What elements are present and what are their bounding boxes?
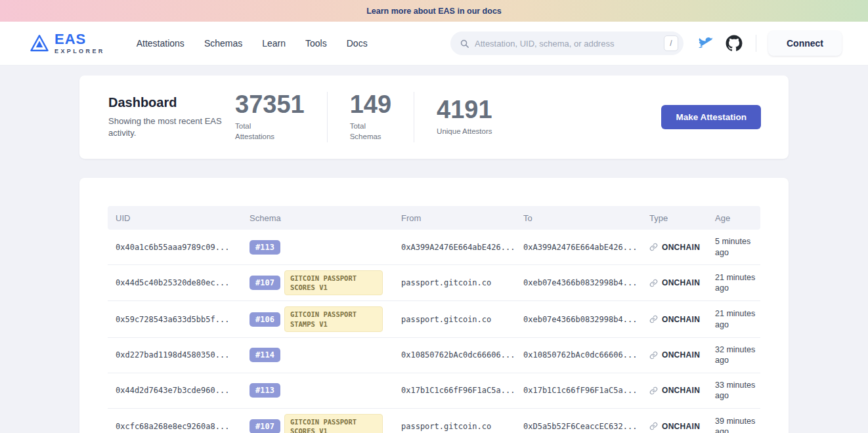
type-cell: ONCHAIN — [641, 381, 707, 400]
github-link[interactable] — [726, 35, 743, 52]
schema-name-badge[interactable]: GITCOIN PASSPORT SCORES V1 — [284, 414, 383, 433]
twitter-icon — [698, 35, 714, 51]
link-icon — [649, 422, 658, 430]
column-header-age: Age — [707, 213, 760, 223]
from-address[interactable]: 0x17b1C1c66fF96F1aC5a... — [401, 386, 515, 395]
table-row[interactable]: 0x40a1c6b55aaa9789c09... #113 0xA399A247… — [108, 230, 760, 265]
link-icon — [649, 243, 658, 251]
link-icon — [649, 279, 658, 287]
page-title: Dashboard — [108, 95, 235, 110]
search-bar[interactable]: / — [450, 31, 684, 55]
logo[interactable]: EAS EXPLORER — [30, 32, 105, 54]
page-subtitle: Showing the most recent EAS activity. — [108, 115, 223, 138]
type-label: ONCHAIN — [662, 243, 700, 252]
age-cell: 33 minutes ago — [707, 375, 760, 407]
schema-id-badge[interactable]: #106 — [250, 312, 280, 327]
table-row[interactable]: 0x44d5c40b25320de80ec... #107 GITCOIN PA… — [108, 265, 760, 301]
header: EAS EXPLORER AttestationsSchemasLearnToo… — [0, 22, 868, 66]
schema-name-badge[interactable]: GITCOIN PASSPORT SCORES V1 — [284, 270, 383, 295]
column-header-uid: UID — [108, 213, 242, 223]
uid-cell: 0x44d2d7643e7b3cde960... — [108, 381, 242, 400]
type-label: ONCHAIN — [662, 386, 700, 395]
to-cell: 0xeb07e4366b0832998b4... — [515, 310, 641, 329]
nav-item-tools[interactable]: Tools — [305, 38, 327, 49]
nav-item-schemas[interactable]: Schemas — [204, 38, 242, 49]
logo-subtitle: EXPLORER — [54, 49, 105, 54]
schema-id-badge[interactable]: #113 — [250, 240, 280, 255]
from-address[interactable]: 0x10850762bAc0dc66606... — [401, 350, 515, 360]
nav-item-learn[interactable]: Learn — [262, 38, 286, 49]
table-row[interactable]: 0x59c728543a633d5bb5f... #106 GITCOIN PA… — [108, 301, 760, 337]
dashboard-card: Dashboard Showing the most recent EAS ac… — [79, 75, 789, 159]
type-cell: ONCHAIN — [641, 417, 707, 433]
from-address[interactable]: passport.gitcoin.co — [401, 278, 491, 287]
column-header-type: Type — [641, 213, 707, 223]
uid-link[interactable]: 0xd227bad1198d4580350... — [116, 350, 229, 360]
to-address[interactable]: 0x17b1C1c66fF96F1aC5a... — [523, 386, 637, 395]
table-row[interactable]: 0x44d2d7643e7b3cde960... #113 0x17b1C1c6… — [108, 373, 760, 409]
search-input[interactable] — [475, 39, 659, 49]
stat-1: 149 Total Schemas — [328, 92, 414, 142]
type-cell: ONCHAIN — [641, 273, 707, 293]
banner-link[interactable]: Learn more about EAS in our docs — [366, 7, 502, 16]
from-cell: 0x17b1C1c66fF96F1aC5a... — [393, 381, 515, 400]
from-address[interactable]: 0xA399A2476E664abE426... — [401, 243, 515, 252]
to-address[interactable]: 0xD5a5b52F6CeaccEC632... — [523, 422, 637, 431]
column-header-schema: Schema — [242, 213, 393, 223]
uid-link[interactable]: 0x44d5c40b25320de80ec... — [116, 278, 229, 287]
make-attestation-button[interactable]: Make Attestation — [661, 105, 761, 129]
to-address[interactable]: 0xA399A2476E664abE426... — [523, 243, 637, 252]
type-cell: ONCHAIN — [641, 310, 707, 329]
stat-value: 37351 — [235, 92, 305, 117]
stat-label: Total Schemas — [350, 121, 391, 142]
schema-id-badge[interactable]: #113 — [250, 383, 280, 398]
social-links — [698, 35, 743, 52]
uid-link[interactable]: 0x44d2d7643e7b3cde960... — [116, 386, 229, 395]
age-cell: 21 minutes ago — [707, 267, 760, 299]
to-address[interactable]: 0xeb07e4366b0832998b4... — [523, 278, 637, 287]
schema-id-badge[interactable]: #114 — [250, 348, 280, 362]
schema-id-badge[interactable]: #107 — [250, 419, 280, 433]
stat: 37351 Total Attestations — [235, 92, 328, 142]
type-label: ONCHAIN — [662, 422, 700, 431]
age-cell: 32 minutes ago — [707, 339, 760, 371]
stat-2: 4191 Unique Attestors — [414, 97, 515, 137]
table-row[interactable]: 0xd227bad1198d4580350... #114 0x10850762… — [108, 338, 760, 373]
to-cell: 0xD5a5b52F6CeaccEC632... — [515, 417, 641, 433]
attestation-table-body: 0x40a1c6b55aaa9789c09... #113 0xA399A247… — [108, 230, 760, 433]
type-cell: ONCHAIN — [641, 345, 707, 365]
eas-logo-icon — [30, 33, 49, 53]
uid-link[interactable]: 0x59c728543a633d5bb5f... — [116, 315, 229, 324]
schema-cell: #107 GITCOIN PASSPORT SCORES V1 — [242, 265, 393, 300]
search-icon — [460, 39, 469, 49]
docs-banner: Learn more about EAS in our docs — [0, 0, 868, 22]
age-cell: 39 minutes ago — [707, 411, 760, 433]
twitter-link[interactable] — [698, 35, 714, 51]
uid-link[interactable]: 0x40a1c6b55aaa9789c09... — [116, 243, 229, 252]
from-cell: 0x10850762bAc0dc66606... — [393, 345, 515, 365]
nav-item-attestations[interactable]: Attestations — [137, 38, 184, 49]
uid-cell: 0x44d5c40b25320de80ec... — [108, 273, 242, 293]
stat-label: Unique Attestors — [437, 127, 492, 137]
schema-name-badge[interactable]: GITCOIN PASSPORT STAMPS V1 — [284, 306, 383, 331]
uid-link[interactable]: 0xcfc68a268e8ec9260a8... — [116, 422, 229, 431]
connect-button[interactable]: Connect — [768, 31, 842, 56]
schema-cell: #113 — [242, 235, 393, 260]
link-icon — [649, 386, 658, 395]
from-address[interactable]: passport.gitcoin.co — [401, 315, 491, 324]
uid-cell: 0xd227bad1198d4580350... — [108, 345, 242, 365]
to-address[interactable]: 0xeb07e4366b0832998b4... — [523, 315, 637, 324]
nav-item-docs[interactable]: Docs — [347, 38, 368, 49]
stat-value: 4191 — [437, 97, 492, 122]
main-nav: AttestationsSchemasLearnToolsDocs — [137, 38, 368, 49]
github-icon — [726, 35, 743, 52]
uid-cell: 0xcfc68a268e8ec9260a8... — [108, 417, 242, 433]
logo-text: EAS EXPLORER — [54, 32, 105, 54]
from-address[interactable]: passport.gitcoin.co — [401, 422, 491, 431]
table-header-row: UIDSchemaFromToTypeAge — [108, 206, 760, 230]
to-address[interactable]: 0x10850762bAc0dc66606... — [523, 350, 637, 360]
to-cell: 0xA399A2476E664abE426... — [515, 237, 641, 257]
table-row[interactable]: 0xcfc68a268e8ec9260a8... #107 GITCOIN PA… — [108, 409, 760, 433]
schema-id-badge[interactable]: #107 — [250, 276, 280, 290]
column-header-to: To — [515, 213, 641, 223]
